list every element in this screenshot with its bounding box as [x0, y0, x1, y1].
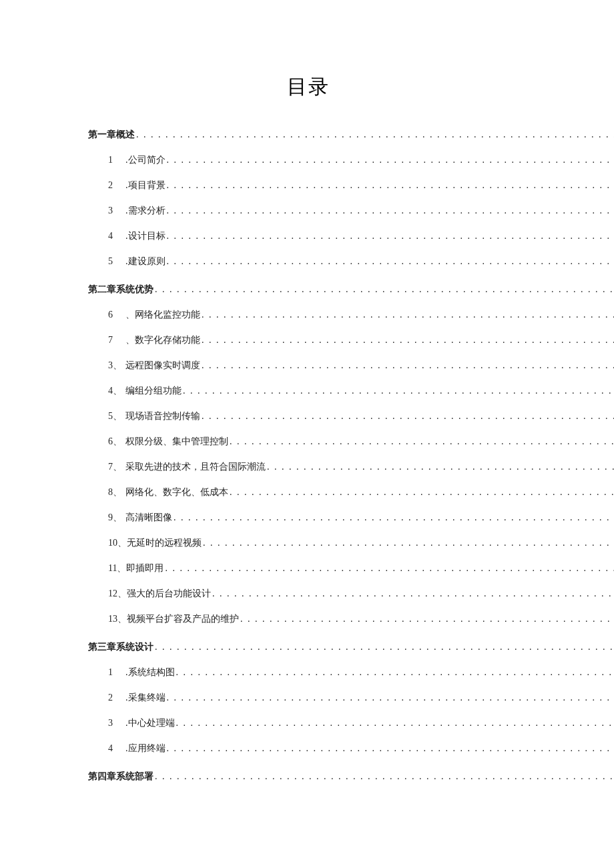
toc-leader-dots [202, 361, 614, 370]
toc-entry: 5 .建设原则6 [88, 249, 529, 274]
toc-entry-label: 视频平台扩容及产品的维护 [127, 614, 239, 624]
toc-entry: 2 .采集终端12 [88, 685, 529, 711]
toc-leader-dots [167, 693, 615, 703]
toc-entry-label: 、网络化监控功能 [125, 310, 200, 320]
toc-leader-dots [167, 155, 615, 165]
toc-chapter: 第一章概述4 [88, 130, 614, 139]
toc-entry-number: 6 [108, 310, 125, 320]
toc-entry-number: 6、 [108, 437, 125, 446]
toc-section: 5、现场语音控制传输8 [88, 412, 614, 421]
toc-entry-label: 远程图像实时调度 [125, 361, 200, 370]
toc-entry-number: 4、 [108, 386, 125, 396]
toc-leader-dots [202, 310, 614, 320]
toc-leader-dots [167, 181, 615, 190]
toc-leader-dots [230, 488, 614, 497]
toc-entry: 6 、网络化监控功能8 [88, 302, 529, 328]
toc-entry-label: .采集终端 [125, 693, 166, 703]
toc-entry-number: 5 [108, 257, 125, 266]
toc-section: 1 .系统结构图11 [88, 668, 614, 677]
toc-entry: 10、无延时的远程视频10 [88, 530, 529, 556]
toc-section: 3 .需求分析5 [88, 206, 614, 215]
page-content: 目录 第一章概述41 .公司简介42 .项目背景53 .需求分析54 .设计目标… [0, 0, 614, 789]
toc-section: 2 .采集终端12 [88, 693, 614, 703]
toc-leader-dots [136, 130, 614, 139]
toc-entry: 4 .应用终端14 [88, 736, 529, 761]
toc-section: 4 .应用终端14 [88, 744, 614, 753]
toc-leader-dots [155, 772, 614, 781]
toc-entry-label: 强大的后台功能设计 [127, 589, 211, 598]
toc-entry-label: 、数字化存储功能 [125, 336, 200, 345]
toc-section: 13、视频平台扩容及产品的维护11 [88, 614, 614, 624]
toc-section: 6 、网络化监控功能8 [88, 310, 614, 320]
toc-entry-number: 11、 [108, 564, 126, 573]
toc-section: 7 、数字化存储功能8 [88, 336, 614, 345]
toc-leader-dots [230, 437, 614, 446]
toc-entry: 1 .系统结构图11 [88, 660, 529, 685]
toc-entry-label: 高清晰图像 [125, 513, 172, 522]
toc-section: 3 .中心处理端13 [88, 719, 614, 728]
toc-entry-label: 第二章系统优势 [88, 285, 154, 294]
toc-entry-label: .系统结构图 [125, 668, 175, 677]
toc-entry-number: 7 [108, 336, 125, 345]
toc-entry: 第一章概述4 [88, 122, 529, 147]
toc-section: 3、远程图像实时调度8 [88, 361, 614, 370]
toc-entry-label: .应用终端 [125, 744, 166, 753]
toc-entry-number: 3 [108, 719, 125, 728]
toc-leader-dots [155, 285, 614, 294]
toc-entry-label: 网络化、数字化、低成本 [125, 488, 228, 497]
toc-entry-number: 1 [108, 155, 125, 165]
toc-entry-number: 12、 [108, 589, 127, 598]
toc-section: 9、高清晰图像10 [88, 513, 614, 522]
toc-entry: 9、高清晰图像10 [88, 505, 529, 530]
toc-entry: 4、编组分组功能8 [88, 378, 529, 404]
toc-leader-dots [267, 462, 614, 472]
toc-entry-label: .需求分析 [125, 206, 166, 215]
toc-entry-number: 8、 [108, 488, 125, 497]
toc-entry: 第三章系统设计11 [88, 634, 529, 660]
toc-leader-dots [167, 744, 615, 753]
toc-entry-number: 3 [108, 206, 125, 215]
toc-entry: 6、权限分级、集中管理控制8 [88, 429, 529, 454]
toc-entry-number: 5、 [108, 412, 125, 421]
toc-leader-dots [176, 668, 615, 677]
toc-section: 12、强大的后台功能设计10 [88, 589, 614, 598]
toc-entry-label: 第四章系统部署 [88, 772, 154, 781]
toc-entry-label: .建设原则 [125, 257, 166, 266]
toc-entry-number: 4 [108, 232, 125, 241]
toc-entry-label: 无延时的远程视频 [127, 538, 202, 548]
toc-section: 2 .项目背景5 [88, 181, 614, 190]
toc-chapter: 第四章系统部署18 [88, 772, 614, 781]
toc-entry-label: 第一章概述 [88, 130, 135, 139]
toc-section: 1 .公司简介4 [88, 155, 614, 165]
toc-entry: 5、现场语音控制传输8 [88, 404, 529, 429]
toc-entry: 7 、数字化存储功能8 [88, 328, 529, 353]
toc-entry-number: 2 [108, 693, 125, 703]
toc-entry: 3 .中心处理端13 [88, 711, 529, 736]
toc-entry-label: .公司简介 [125, 155, 166, 165]
toc-leader-dots [174, 513, 614, 522]
toc-chapter: 第三章系统设计11 [88, 642, 614, 652]
toc-leader-dots [165, 564, 614, 573]
toc-entry-label: .中心处理端 [125, 719, 175, 728]
toc-entry-number: 3、 [108, 361, 125, 370]
toc-entry-label: .项目背景 [125, 181, 166, 190]
toc-leader-dots [202, 336, 614, 345]
toc-entry: 3 .需求分析5 [88, 198, 529, 224]
toc-entry-label: 现场语音控制传输 [125, 412, 200, 421]
toc-leader-dots [203, 538, 614, 548]
toc-leader-dots [167, 232, 615, 241]
toc-leader-dots [202, 412, 614, 421]
toc-entry-number: 13、 [108, 614, 127, 624]
toc-leader-dots [176, 719, 615, 728]
toc-entry-number: 1 [108, 668, 125, 677]
toc-entry-number: 7、 [108, 462, 125, 472]
toc-section: 4 .设计目标6 [88, 232, 614, 241]
toc-section: 5 .建设原则6 [88, 257, 614, 266]
toc-entry-number: 9、 [108, 513, 125, 522]
toc-title: 目录 [88, 73, 529, 101]
toc-leader-dots [167, 206, 615, 215]
toc-entry: 1 .公司简介4 [88, 147, 529, 173]
toc-list: 第一章概述41 .公司简介42 .项目背景53 .需求分析54 .设计目标65 … [88, 122, 529, 789]
toc-entry: 13、视频平台扩容及产品的维护11 [88, 606, 529, 632]
toc-section: 10、无延时的远程视频10 [88, 538, 614, 548]
